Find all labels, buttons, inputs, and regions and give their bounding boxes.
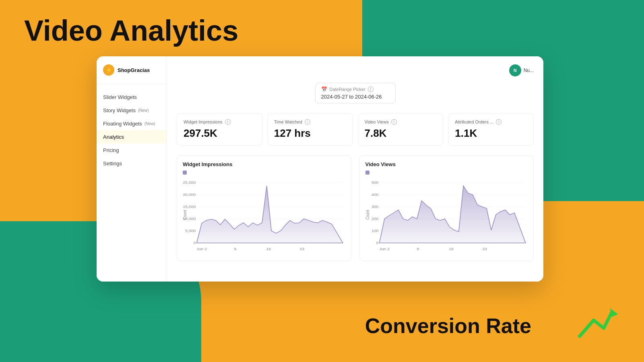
legend-dot-impressions <box>183 171 187 175</box>
stat-label-text-views: Video Views <box>365 119 389 124</box>
sidebar: ⚡ ShopGracias Slider Widgets Story Widge… <box>97 56 167 282</box>
chart-title-views: Video Views <box>365 161 528 167</box>
svg-text:16: 16 <box>449 247 454 251</box>
svg-text:15,000: 15,000 <box>183 205 196 209</box>
main-content: N Nu... 📅 DateRange Picker i 2024-05-27 … <box>167 56 543 282</box>
date-picker-value: 2024-05-27 to 2024-06-26 <box>321 94 390 100</box>
date-picker-info-icon[interactable]: i <box>368 86 374 92</box>
app-window: ⚡ ShopGracias Slider Widgets Story Widge… <box>97 56 543 282</box>
chart-widget-impressions: Widget Impressions 25,000 <box>177 155 351 261</box>
svg-text:5,000: 5,000 <box>185 229 196 233</box>
sidebar-item-analytics[interactable]: Analytics <box>97 130 167 144</box>
logo-icon: ⚡ <box>103 64 114 76</box>
sidebar-item-label: Story Widgets <box>103 107 136 113</box>
arrow-up-icon <box>572 300 620 350</box>
chart-area-views: 500 400 300 200 100 0 Count <box>365 179 528 255</box>
stat-label-text-orders: Attributed Orders ... <box>455 119 493 124</box>
stat-value-orders: 1.1K <box>455 127 527 140</box>
chart-area-impressions: 25,000 20,000 15,000 10,000 5,000 0 Coun… <box>183 179 345 255</box>
chart-title-impressions: Widget Impressions <box>183 161 345 167</box>
stats-row: Widget Impressions i 297.5K Time Watched… <box>177 113 534 146</box>
stat-info-icon-time[interactable]: i <box>305 119 310 125</box>
header-row: N Nu... <box>177 64 534 76</box>
chart-svg-impressions: 25,000 20,000 15,000 10,000 5,000 0 Coun… <box>183 179 345 255</box>
sidebar-item-label: Analytics <box>103 134 124 140</box>
date-picker-label-text: DateRange Picker <box>330 87 365 92</box>
chart-svg-views: 500 400 300 200 100 0 Count <box>365 179 528 255</box>
svg-text:23: 23 <box>300 247 305 251</box>
badge-new-floating: (New) <box>144 121 155 126</box>
stat-card-video-views: Video Views i 7.8K <box>358 113 444 146</box>
stat-label: Widget Impressions i <box>184 119 256 125</box>
svg-text:20,000: 20,000 <box>183 193 196 197</box>
stat-value-views: 7.8K <box>365 127 437 140</box>
svg-text:500: 500 <box>371 181 378 185</box>
stat-label-time: Time Watched i <box>274 119 346 125</box>
sidebar-item-floating-widgets[interactable]: Floating Widgets (New) <box>97 117 167 130</box>
sidebar-item-label: Slider Widgets <box>103 94 137 100</box>
svg-text:25,000: 25,000 <box>183 181 196 185</box>
date-picker-box[interactable]: 📅 DateRange Picker i 2024-05-27 to 2024-… <box>315 83 396 103</box>
date-picker-section: 📅 DateRange Picker i 2024-05-27 to 2024-… <box>177 83 534 103</box>
svg-text:Jun 2: Jun 2 <box>379 247 389 251</box>
stat-value-time: 127 hrs <box>274 127 346 140</box>
stat-info-icon-impressions[interactable]: i <box>225 119 231 125</box>
svg-text:Count: Count <box>183 210 187 220</box>
sidebar-item-label: Floating Widgets <box>103 121 142 127</box>
svg-text:23: 23 <box>482 247 487 251</box>
svg-text:Count: Count <box>365 210 370 220</box>
conversion-rate-label: Conversion Rate <box>365 314 531 338</box>
logo-text: ShopGracias <box>118 67 150 73</box>
sidebar-item-label: Pricing <box>103 147 119 153</box>
svg-text:300: 300 <box>371 205 378 209</box>
stat-info-icon-views[interactable]: i <box>391 119 397 125</box>
svg-text:9: 9 <box>234 247 236 251</box>
stat-value-impressions: 297.5K <box>184 127 256 140</box>
stat-label-text: Widget Impressions <box>184 119 223 124</box>
sidebar-item-pricing[interactable]: Pricing <box>97 144 167 157</box>
stat-label-views: Video Views i <box>365 119 437 125</box>
svg-text:0: 0 <box>376 241 378 245</box>
sidebar-item-settings[interactable]: Settings <box>97 157 167 170</box>
chart-legend-impressions <box>183 171 345 175</box>
badge-new: (New) <box>138 108 149 113</box>
svg-text:400: 400 <box>371 193 378 197</box>
stat-card-time-watched: Time Watched i 127 hrs <box>267 113 353 146</box>
svg-text:9: 9 <box>417 247 419 251</box>
sidebar-item-label: Settings <box>103 160 122 167</box>
chart-video-views: Video Views 500 400 <box>359 155 534 261</box>
legend-dot-views <box>365 171 369 175</box>
date-picker-label: 📅 DateRange Picker i <box>321 86 390 92</box>
svg-text:0: 0 <box>194 241 196 245</box>
sidebar-logo: ⚡ ShopGracias <box>97 64 167 84</box>
stat-card-widget-impressions: Widget Impressions i 297.5K <box>177 113 262 146</box>
stat-label-text-time: Time Watched <box>274 119 302 124</box>
calendar-icon: 📅 <box>321 86 327 92</box>
stat-info-icon-orders[interactable]: i <box>496 119 502 125</box>
svg-text:Jun 2: Jun 2 <box>197 247 207 251</box>
user-name: Nu... <box>524 68 534 73</box>
charts-row: Widget Impressions 25,000 <box>177 155 534 261</box>
stat-card-attributed-orders: Attributed Orders ... i 1.1K <box>448 113 534 146</box>
sidebar-nav: Slider Widgets Story Widgets (New) Float… <box>97 84 167 177</box>
sidebar-item-slider-widgets[interactable]: Slider Widgets <box>97 90 167 104</box>
chart-legend-views <box>365 171 528 175</box>
svg-text:100: 100 <box>371 229 378 233</box>
stat-label-orders: Attributed Orders ... i <box>455 119 527 125</box>
user-avatar: N <box>509 64 521 76</box>
svg-text:16: 16 <box>266 247 271 251</box>
sidebar-item-story-widgets[interactable]: Story Widgets (New) <box>97 104 167 117</box>
svg-text:200: 200 <box>371 217 378 221</box>
page-title: Video Analytics <box>24 16 238 45</box>
